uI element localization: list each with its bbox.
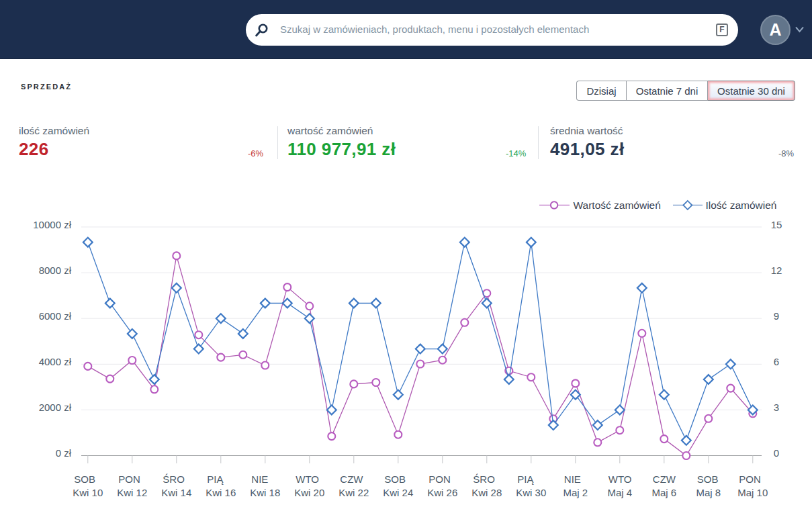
svg-text:10000 zł: 10000 zł — [33, 219, 71, 230]
svg-text:NIE: NIE — [564, 473, 581, 485]
svg-text:6: 6 — [774, 356, 779, 367]
svg-text:Maj 8: Maj 8 — [696, 487, 721, 498]
svg-text:PON: PON — [118, 473, 140, 485]
svg-text:Maj 2: Maj 2 — [563, 487, 588, 498]
svg-text:PON: PON — [739, 473, 761, 485]
svg-text:SOB: SOB — [384, 473, 406, 485]
svg-text:PIĄ: PIĄ — [517, 473, 534, 485]
svg-text:ŚRO: ŚRO — [163, 473, 185, 485]
svg-text:NIE: NIE — [251, 473, 268, 485]
svg-text:SOB: SOB — [74, 473, 95, 485]
svg-text:Kwi 30: Kwi 30 — [516, 487, 546, 498]
svg-text:Kwi 28: Kwi 28 — [471, 487, 502, 498]
svg-text:Maj 6: Maj 6 — [651, 487, 676, 498]
svg-text:Kwi 26: Kwi 26 — [427, 487, 457, 498]
svg-text:0: 0 — [774, 447, 779, 459]
svg-text:PIĄ: PIĄ — [207, 473, 224, 485]
svg-text:Maj 10: Maj 10 — [737, 487, 768, 498]
svg-text:12: 12 — [771, 265, 782, 276]
svg-text:2000 zł: 2000 zł — [39, 402, 72, 413]
svg-text:SOB: SOB — [697, 473, 719, 485]
svg-text:CZW: CZW — [340, 473, 363, 485]
svg-text:9: 9 — [774, 310, 779, 322]
svg-text:Kwi 18: Kwi 18 — [250, 487, 280, 498]
svg-text:Kwi 16: Kwi 16 — [206, 487, 236, 498]
svg-text:ŚRO: ŚRO — [473, 473, 495, 485]
svg-text:3: 3 — [774, 402, 779, 413]
svg-text:Kwi 20: Kwi 20 — [294, 487, 324, 498]
svg-text:8000 zł: 8000 zł — [39, 265, 72, 276]
svg-text:WTO: WTO — [296, 473, 319, 485]
svg-text:Kwi 10: Kwi 10 — [73, 487, 103, 498]
svg-text:Ilość zamówień: Ilość zamówień — [706, 199, 777, 211]
svg-text:4000 zł: 4000 zł — [39, 356, 72, 367]
svg-text:15: 15 — [771, 219, 782, 230]
svg-text:Wartość zamówień: Wartość zamówień — [574, 199, 661, 211]
svg-text:Kwi 14: Kwi 14 — [161, 487, 191, 498]
svg-text:CZW: CZW — [653, 473, 676, 485]
svg-text:WTO: WTO — [608, 473, 632, 485]
svg-text:Kwi 12: Kwi 12 — [117, 487, 147, 498]
svg-text:PON: PON — [428, 473, 451, 485]
svg-text:Maj 4: Maj 4 — [607, 487, 632, 498]
svg-text:6000 zł: 6000 zł — [39, 310, 72, 322]
svg-text:Kwi 24: Kwi 24 — [383, 487, 413, 498]
svg-text:Kwi 22: Kwi 22 — [339, 487, 369, 498]
svg-text:0 zł: 0 zł — [56, 447, 72, 459]
